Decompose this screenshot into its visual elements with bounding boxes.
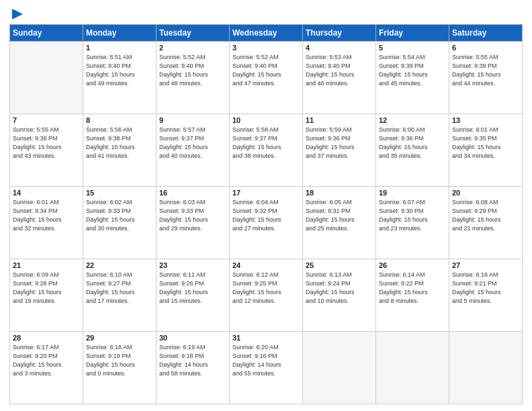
- day-number: 9: [159, 116, 226, 124]
- day-detail: Sunrise: 5:53 AMSunset: 9:40 PMDaylight:…: [306, 54, 355, 87]
- calendar-day-cell: 9 Sunrise: 5:57 AMSunset: 9:37 PMDayligh…: [157, 114, 230, 187]
- day-detail: Sunrise: 6:19 AMSunset: 9:18 PMDaylight:…: [159, 344, 208, 377]
- day-detail: Sunrise: 6:14 AMSunset: 9:22 PMDaylight:…: [379, 271, 428, 304]
- day-detail: Sunrise: 5:51 AMSunset: 9:40 PMDaylight:…: [86, 54, 135, 87]
- header-monday: Monday: [83, 25, 157, 42]
- day-number: 27: [452, 261, 519, 269]
- calendar-day-cell: 5 Sunrise: 5:54 AMSunset: 9:39 PMDayligh…: [376, 42, 449, 114]
- calendar-week-row: 7 Sunrise: 5:55 AMSunset: 9:38 PMDayligh…: [10, 114, 523, 187]
- day-detail: Sunrise: 6:02 AMSunset: 9:33 PMDaylight:…: [86, 199, 135, 232]
- calendar-day-cell: 20 Sunrise: 6:08 AMSunset: 9:29 PMDaylig…: [449, 187, 523, 259]
- day-number: 1: [86, 44, 153, 52]
- calendar-day-cell: 15 Sunrise: 6:02 AMSunset: 9:33 PMDaylig…: [83, 187, 157, 259]
- calendar-day-cell: 11 Sunrise: 5:59 AMSunset: 9:36 PMDaylig…: [303, 114, 376, 187]
- calendar-day-cell: 13 Sunrise: 6:01 AMSunset: 9:35 PMDaylig…: [449, 114, 523, 187]
- day-number: 7: [13, 116, 80, 124]
- calendar-day-cell: [449, 332, 523, 404]
- day-number: 15: [86, 189, 153, 197]
- calendar-day-cell: 19 Sunrise: 6:07 AMSunset: 9:30 PMDaylig…: [376, 187, 449, 259]
- day-number: 29: [86, 334, 153, 342]
- day-detail: Sunrise: 6:12 AMSunset: 9:25 PMDaylight:…: [232, 271, 281, 304]
- day-detail: Sunrise: 6:11 AMSunset: 9:26 PMDaylight:…: [159, 271, 208, 304]
- day-detail: Sunrise: 5:52 AMSunset: 9:40 PMDaylight:…: [232, 54, 281, 87]
- day-number: 22: [86, 261, 153, 269]
- day-number: 23: [159, 261, 226, 269]
- calendar-day-cell: 23 Sunrise: 6:11 AMSunset: 9:26 PMDaylig…: [157, 259, 230, 332]
- header-wednesday: Wednesday: [230, 25, 303, 42]
- day-number: 16: [159, 189, 226, 197]
- day-detail: Sunrise: 6:10 AMSunset: 9:27 PMDaylight:…: [86, 271, 135, 304]
- day-detail: Sunrise: 6:01 AMSunset: 9:35 PMDaylight:…: [452, 126, 501, 159]
- day-number: 5: [379, 44, 446, 52]
- calendar-day-cell: 3 Sunrise: 5:52 AMSunset: 9:40 PMDayligh…: [230, 42, 303, 114]
- calendar-day-cell: 6 Sunrise: 5:55 AMSunset: 9:39 PMDayligh…: [449, 42, 523, 114]
- day-detail: Sunrise: 6:05 AMSunset: 9:31 PMDaylight:…: [306, 199, 355, 232]
- calendar-day-cell: 1 Sunrise: 5:51 AMSunset: 9:40 PMDayligh…: [83, 42, 157, 114]
- calendar-day-cell: 17 Sunrise: 6:04 AMSunset: 9:32 PMDaylig…: [230, 187, 303, 259]
- calendar-day-cell: 28 Sunrise: 6:17 AMSunset: 9:20 PMDaylig…: [10, 332, 83, 404]
- header-tuesday: Tuesday: [157, 25, 230, 42]
- day-number: 30: [159, 334, 226, 342]
- day-detail: Sunrise: 5:58 AMSunset: 9:37 PMDaylight:…: [232, 126, 281, 159]
- calendar-day-cell: 7 Sunrise: 5:55 AMSunset: 9:38 PMDayligh…: [10, 114, 83, 187]
- calendar-day-cell: 27 Sunrise: 6:16 AMSunset: 9:21 PMDaylig…: [449, 259, 523, 332]
- day-number: 3: [232, 44, 300, 52]
- logo: [9, 7, 26, 20]
- calendar-day-cell: [303, 332, 376, 404]
- day-detail: Sunrise: 6:01 AMSunset: 9:34 PMDaylight:…: [13, 199, 62, 232]
- day-detail: Sunrise: 5:55 AMSunset: 9:38 PMDaylight:…: [13, 126, 62, 159]
- header-friday: Friday: [376, 25, 449, 42]
- day-number: 14: [13, 189, 80, 197]
- day-number: 18: [306, 189, 373, 197]
- calendar-day-cell: 24 Sunrise: 6:12 AMSunset: 9:25 PMDaylig…: [230, 259, 303, 332]
- page: Sunday Monday Tuesday Wednesday Thursday…: [0, 0, 532, 411]
- day-number: 11: [306, 116, 373, 124]
- day-number: 4: [306, 44, 373, 52]
- day-detail: Sunrise: 5:55 AMSunset: 9:39 PMDaylight:…: [452, 54, 501, 87]
- day-number: 10: [232, 116, 300, 124]
- day-detail: Sunrise: 6:00 AMSunset: 9:36 PMDaylight:…: [379, 126, 428, 159]
- day-detail: Sunrise: 6:18 AMSunset: 9:19 PMDaylight:…: [86, 344, 135, 377]
- calendar-day-cell: 18 Sunrise: 6:05 AMSunset: 9:31 PMDaylig…: [303, 187, 376, 259]
- svg-rect-1: [12, 9, 14, 19]
- calendar-day-cell: 22 Sunrise: 6:10 AMSunset: 9:27 PMDaylig…: [83, 259, 157, 332]
- day-number: 8: [86, 116, 153, 124]
- day-number: 6: [452, 44, 519, 52]
- calendar-day-cell: 10 Sunrise: 5:58 AMSunset: 9:37 PMDaylig…: [230, 114, 303, 187]
- day-detail: Sunrise: 5:52 AMSunset: 9:40 PMDaylight:…: [159, 54, 208, 87]
- calendar-day-cell: 30 Sunrise: 6:19 AMSunset: 9:18 PMDaylig…: [157, 332, 230, 404]
- calendar-table: Sunday Monday Tuesday Wednesday Thursday…: [9, 24, 523, 404]
- day-detail: Sunrise: 6:07 AMSunset: 9:30 PMDaylight:…: [379, 199, 428, 232]
- day-detail: Sunrise: 5:54 AMSunset: 9:39 PMDaylight:…: [379, 54, 428, 87]
- calendar-week-row: 1 Sunrise: 5:51 AMSunset: 9:40 PMDayligh…: [10, 42, 523, 114]
- day-number: 2: [159, 44, 226, 52]
- day-number: 31: [232, 334, 300, 342]
- day-number: 21: [13, 261, 80, 269]
- day-number: 13: [452, 116, 519, 124]
- header-thursday: Thursday: [303, 25, 376, 42]
- header-saturday: Saturday: [449, 25, 523, 42]
- calendar-day-cell: 26 Sunrise: 6:14 AMSunset: 9:22 PMDaylig…: [376, 259, 449, 332]
- day-detail: Sunrise: 6:03 AMSunset: 9:33 PMDaylight:…: [159, 199, 208, 232]
- calendar-header-row: Sunday Monday Tuesday Wednesday Thursday…: [10, 25, 523, 42]
- day-detail: Sunrise: 6:20 AMSunset: 9:16 PMDaylight:…: [232, 344, 281, 377]
- calendar-day-cell: [376, 332, 449, 404]
- calendar-day-cell: 25 Sunrise: 6:13 AMSunset: 9:24 PMDaylig…: [303, 259, 376, 332]
- day-number: 12: [379, 116, 446, 124]
- calendar-day-cell: 21 Sunrise: 6:09 AMSunset: 9:28 PMDaylig…: [10, 259, 83, 332]
- day-number: 26: [379, 261, 446, 269]
- day-detail: Sunrise: 6:08 AMSunset: 9:29 PMDaylight:…: [452, 199, 501, 232]
- header: [9, 7, 523, 20]
- day-number: 24: [232, 261, 300, 269]
- day-detail: Sunrise: 5:57 AMSunset: 9:37 PMDaylight:…: [159, 126, 208, 159]
- calendar-day-cell: 4 Sunrise: 5:53 AMSunset: 9:40 PMDayligh…: [303, 42, 376, 114]
- calendar-day-cell: [10, 42, 83, 114]
- svg-marker-0: [13, 9, 23, 19]
- calendar-day-cell: 14 Sunrise: 6:01 AMSunset: 9:34 PMDaylig…: [10, 187, 83, 259]
- calendar-day-cell: 2 Sunrise: 5:52 AMSunset: 9:40 PMDayligh…: [157, 42, 230, 114]
- calendar-week-row: 21 Sunrise: 6:09 AMSunset: 9:28 PMDaylig…: [10, 259, 523, 332]
- calendar-day-cell: 31 Sunrise: 6:20 AMSunset: 9:16 PMDaylig…: [230, 332, 303, 404]
- day-detail: Sunrise: 6:09 AMSunset: 9:28 PMDaylight:…: [13, 271, 62, 304]
- day-number: 19: [379, 189, 446, 197]
- calendar-week-row: 28 Sunrise: 6:17 AMSunset: 9:20 PMDaylig…: [10, 332, 523, 404]
